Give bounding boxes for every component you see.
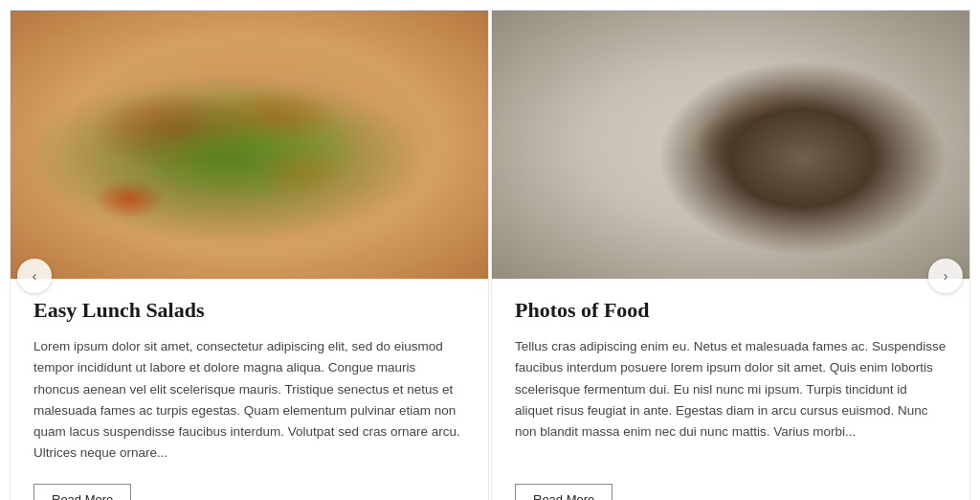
slider-container: ‹ Easy Lunch Salads Lorem ipsum dolor si… [10,10,970,500]
card-2-title: Photos of Food [515,298,947,323]
chevron-left-icon: ‹ [33,268,37,284]
card-2-body: Photos of Food Tellus cras adipiscing en… [492,279,969,500]
cards-row: Easy Lunch Salads Lorem ipsum dolor sit … [10,10,970,500]
card-2: Photos of Food Tellus cras adipiscing en… [491,10,970,500]
card-1-body: Easy Lunch Salads Lorem ipsum dolor sit … [11,279,488,500]
card-1: Easy Lunch Salads Lorem ipsum dolor sit … [10,10,489,500]
phone-visual [492,11,969,279]
salad-visual [11,11,488,279]
card-2-excerpt: Tellus cras adipiscing enim eu. Netus et… [515,336,947,465]
card-1-title: Easy Lunch Salads [33,298,465,323]
card-1-read-more-button[interactable]: Read More [33,484,131,500]
card-1-excerpt: Lorem ipsum dolor sit amet, consectetur … [33,336,465,465]
chevron-right-icon: › [944,268,948,284]
next-arrow-button[interactable]: › [928,259,963,293]
card-2-read-more-button[interactable]: Read More [515,484,612,500]
card-1-image [11,11,488,279]
slider-wrapper: ‹ Easy Lunch Salads Lorem ipsum dolor si… [10,10,970,500]
prev-arrow-button[interactable]: ‹ [17,259,52,293]
card-2-image [492,11,969,279]
